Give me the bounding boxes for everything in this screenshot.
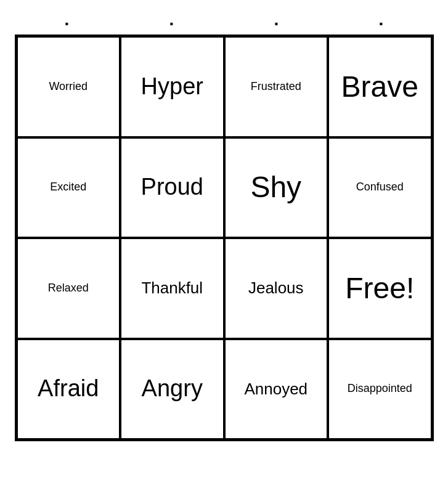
bingo-cell-9[interactable]: Thankful [120, 238, 224, 339]
bingo-cell-label-11: Free! [345, 271, 414, 306]
bingo-cell-3[interactable]: Brave [328, 36, 432, 137]
bingo-cell-label-8: Relaxed [48, 282, 89, 295]
bingo-cell-11[interactable]: Free! [328, 238, 432, 339]
bingo-cell-13[interactable]: Angry [120, 339, 224, 440]
bingo-cell-0[interactable]: Worried [17, 36, 121, 137]
bingo-cell-label-9: Thankful [141, 279, 203, 298]
bingo-cell-label-13: Angry [142, 375, 203, 403]
bingo-cell-label-14: Annoyed [244, 380, 307, 399]
dot-1: . [65, 11, 70, 28]
bingo-cell-6[interactable]: Shy [224, 137, 328, 238]
bingo-cell-5[interactable]: Proud [120, 137, 224, 238]
bingo-cell-label-6: Shy [250, 169, 301, 205]
bingo-cell-label-0: Worried [49, 80, 88, 94]
dot-2: . [169, 11, 174, 28]
bingo-cell-label-7: Confused [356, 181, 404, 194]
bingo-cell-10[interactable]: Jealous [224, 238, 328, 339]
bingo-cell-14[interactable]: Annoyed [224, 339, 328, 440]
bingo-cell-1[interactable]: Hyper [120, 36, 224, 137]
bingo-cell-2[interactable]: Frustrated [224, 36, 328, 137]
dot-4: . [379, 11, 384, 28]
bingo-cell-7[interactable]: Confused [328, 137, 432, 238]
bingo-cell-label-5: Proud [141, 173, 203, 202]
bingo-cell-15[interactable]: Disappointed [328, 339, 432, 440]
bingo-cell-label-3: Brave [341, 69, 418, 105]
dots-row: . . . . [15, 0, 434, 35]
bingo-cell-4[interactable]: Excited [17, 137, 121, 238]
bingo-cell-label-15: Disappointed [348, 382, 412, 396]
bingo-cell-label-1: Hyper [141, 73, 203, 101]
bingo-cell-label-4: Excited [50, 181, 86, 194]
bingo-cell-label-10: Jealous [248, 279, 304, 298]
dot-3: . [274, 11, 279, 28]
bingo-cell-label-12: Afraid [38, 375, 99, 403]
bingo-cell-12[interactable]: Afraid [17, 339, 121, 440]
bingo-cell-label-2: Frustrated [251, 80, 301, 94]
bingo-grid: WorriedHyperFrustratedBraveExcitedProudS… [15, 35, 434, 441]
bingo-cell-8[interactable]: Relaxed [17, 238, 121, 339]
